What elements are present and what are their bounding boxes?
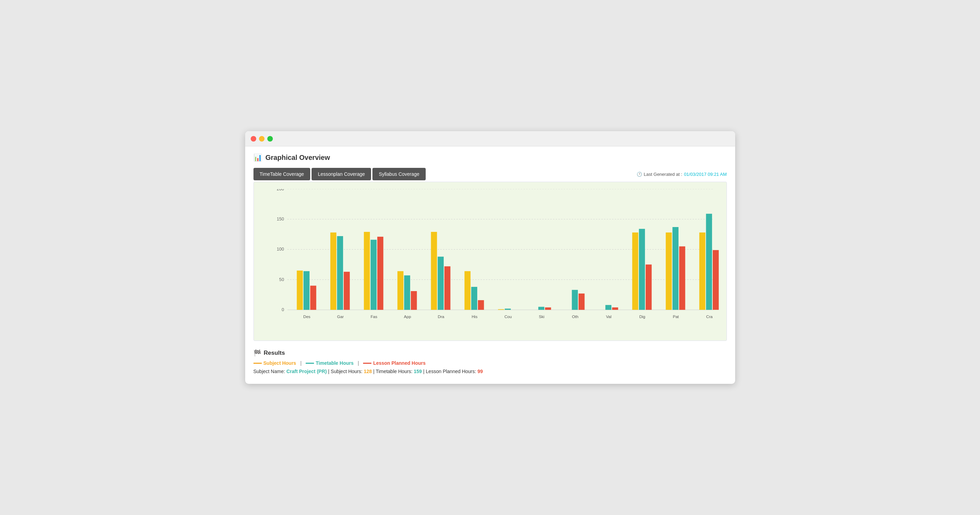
bar-oth-red — [579, 293, 584, 310]
bar-his-yellow — [465, 271, 470, 310]
subject-hours-value: 128 — [364, 368, 372, 374]
legend-subject-hours: Subject Hours — [253, 360, 296, 366]
svg-text:150: 150 — [277, 217, 284, 222]
bar-dig-yellow — [632, 233, 638, 310]
bar-his-teal — [471, 287, 477, 310]
bar-ski-red — [545, 307, 551, 310]
tab-syllabus-coverage[interactable]: Syllabus Coverage — [372, 168, 426, 180]
bar-app-yellow — [397, 271, 403, 310]
page-header: 📊 Graphical Overview — [253, 153, 727, 162]
result-info: Subject Name: Craft Project (PR) | Subje… — [253, 368, 727, 374]
bar-dra-red — [444, 266, 450, 310]
svg-text:Gar: Gar — [337, 314, 344, 319]
bar-dig-red — [646, 265, 651, 310]
bar-cra-teal — [706, 214, 712, 310]
bar-gar-red — [344, 272, 350, 310]
bar-app-red — [411, 291, 417, 310]
bar-fas-teal — [370, 240, 376, 310]
last-generated-value: 01/03/2017 09:21 AM — [684, 172, 727, 177]
lesson-planned-label: Lesson Planned Hours: — [426, 368, 476, 374]
bar-cou-teal — [504, 309, 511, 310]
legend-teal-line — [306, 363, 314, 364]
legend-yellow-line — [253, 363, 262, 364]
bar-dig-teal — [639, 229, 644, 310]
bar-cou-yellow — [498, 309, 504, 310]
bar-dra-yellow — [431, 232, 437, 310]
legend-lesson-planned: Lesson Planned Hours — [363, 360, 426, 366]
svg-text:Val: Val — [606, 314, 611, 319]
toolbar: TimeTable Coverage Lessonplan Coverage S… — [253, 168, 727, 180]
bar-des-yellow — [297, 271, 302, 310]
bar-des-red — [310, 285, 316, 310]
lesson-planned-value: 99 — [477, 368, 483, 374]
svg-text:Fas: Fas — [370, 314, 377, 319]
close-dot[interactable] — [251, 136, 256, 142]
bar-gar-teal — [337, 236, 343, 310]
tab-timetable-coverage[interactable]: TimeTable Coverage — [253, 168, 310, 180]
bar-val-teal — [605, 305, 611, 310]
chart-area: 0 50 100 150 200 Des Gar — [253, 182, 727, 341]
svg-text:100: 100 — [277, 247, 284, 252]
bar-his-red — [478, 300, 484, 310]
subject-hours-label: Subject Hours: — [331, 368, 363, 374]
minimize-dot[interactable] — [259, 136, 264, 142]
results-icon: 🏁 — [253, 349, 261, 357]
svg-text:Des: Des — [303, 314, 310, 319]
tab-lessonplan-coverage[interactable]: Lessonplan Coverage — [312, 168, 371, 180]
bar-des-teal — [303, 271, 309, 310]
legend-sep-2: | — [358, 360, 359, 366]
page-title: Graphical Overview — [266, 154, 330, 162]
last-generated: 🕐 Last Generated at : 01/03/2017 09:21 A… — [636, 172, 727, 177]
legend-subject-label: Subject Hours — [264, 360, 296, 366]
bar-fas-yellow — [364, 232, 370, 310]
svg-text:Cou: Cou — [504, 314, 511, 319]
legend-timetable-label: Timetable Hours — [316, 360, 353, 366]
bar-gar-yellow — [330, 233, 336, 310]
chart-icon: 📊 — [253, 153, 262, 162]
chart-svg: 0 50 100 150 200 Des Gar — [271, 189, 720, 323]
tab-group: TimeTable Coverage Lessonplan Coverage S… — [253, 168, 426, 180]
svg-text:App: App — [404, 314, 411, 319]
bar-pat-yellow — [666, 233, 671, 310]
bar-cra-yellow — [699, 233, 705, 310]
bar-val-red — [612, 307, 618, 310]
last-generated-label: Last Generated at : — [644, 172, 682, 177]
separator-2: | — [373, 368, 375, 374]
results-title: Results — [264, 349, 285, 357]
svg-text:Oth: Oth — [572, 314, 578, 319]
svg-text:200: 200 — [277, 189, 284, 191]
main-window: 📊 Graphical Overview TimeTable Coverage … — [245, 131, 735, 384]
timetable-hours-value: 159 — [414, 368, 422, 374]
bar-fas-red — [377, 237, 383, 310]
bar-cra-red — [713, 250, 719, 310]
svg-text:Dig: Dig — [639, 314, 645, 319]
bar-oth-teal — [572, 290, 578, 310]
content-area: 📊 Graphical Overview TimeTable Coverage … — [245, 147, 735, 384]
svg-text:His: His — [471, 314, 477, 319]
svg-text:Dra: Dra — [438, 314, 444, 319]
legend-sep-1: | — [300, 360, 302, 366]
subject-name-value: Craft Project (PR) — [286, 368, 327, 374]
bar-pat-red — [679, 246, 685, 310]
bar-pat-teal — [672, 227, 678, 310]
subject-name-prefix: Subject Name: — [253, 368, 285, 374]
svg-text:50: 50 — [279, 277, 284, 282]
legend: Subject Hours | Timetable Hours | Lesson… — [253, 360, 727, 366]
svg-text:Ski: Ski — [539, 314, 544, 319]
svg-text:0: 0 — [282, 307, 284, 312]
timetable-hours-label: Timetable Hours: — [376, 368, 412, 374]
svg-text:Cra: Cra — [706, 314, 712, 319]
results-section: 🏁 Results Subject Hours | Timetable Hour… — [253, 348, 727, 376]
titlebar — [245, 131, 735, 147]
bar-ski-teal — [538, 307, 544, 310]
maximize-dot[interactable] — [267, 136, 273, 142]
clock-icon: 🕐 — [636, 172, 642, 177]
results-header: 🏁 Results — [253, 349, 727, 357]
legend-red-line — [363, 363, 371, 364]
svg-text:Pat: Pat — [673, 314, 679, 319]
bar-app-teal — [404, 276, 410, 310]
bar-dra-teal — [438, 257, 443, 310]
legend-timetable-hours: Timetable Hours — [306, 360, 353, 366]
legend-lesson-label: Lesson Planned Hours — [373, 360, 426, 366]
